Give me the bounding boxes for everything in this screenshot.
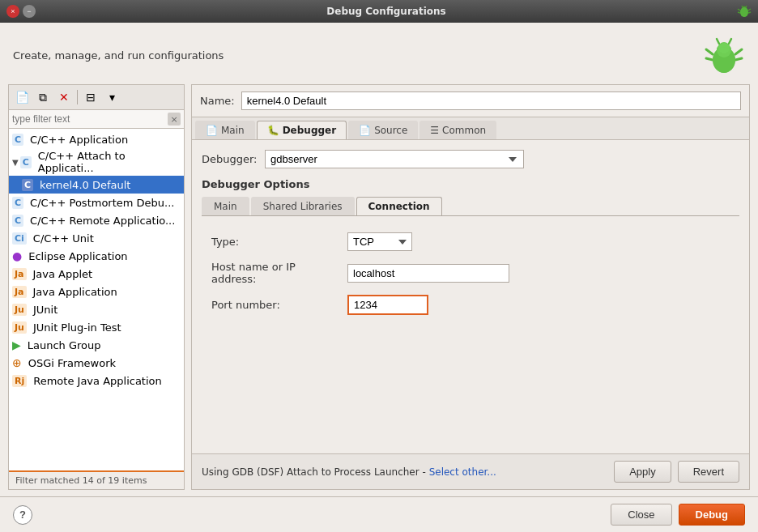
tab-source-label: Source (374, 125, 407, 136)
tree-item-cppunit[interactable]: Ci C/C++ Unit (9, 229, 184, 247)
svg-line-16 (735, 58, 742, 60)
remote-icon: C (12, 215, 23, 227)
sub-tab-main-label: Main (214, 201, 237, 212)
svg-point-9 (740, 7, 748, 17)
cpp-attach-label: C/C++ Attach to Applicati... (38, 150, 181, 174)
expand-cpp-attach-arrow: ▼ (12, 158, 19, 167)
junit-label: JUnit (33, 304, 57, 316)
tree-item-junit[interactable]: Ju JUnit (9, 300, 184, 318)
dialog-footer: ? Close Debug (0, 496, 758, 532)
filter-box: × (9, 110, 184, 129)
type-select[interactable]: TCP UDP Serial (347, 232, 412, 251)
host-input[interactable] (347, 264, 509, 283)
name-input[interactable] (241, 92, 741, 110)
debugger-select[interactable]: gdbserver gdb lldb (265, 150, 524, 168)
debug-button[interactable]: Debug (679, 504, 745, 526)
left-panel: 📄 ⧉ ✕ ⊟ ▾ × C C/C++ Application ▼ (8, 84, 185, 490)
tab-debugger[interactable]: 🐛 Debugger (257, 121, 347, 139)
filter-input[interactable] (12, 113, 168, 125)
junit-plugin-label: JUnit Plug-in Test (33, 321, 121, 334)
using-text-static: Using GDB (DSF) Attach to Process Launch… (202, 466, 426, 478)
kernel-label: kernel4.0 Default (40, 179, 130, 191)
cpp-attach-icon: C (20, 156, 32, 168)
javaapplet-icon: Ja (12, 268, 27, 280)
debugger-options-label: Debugger Options (202, 178, 739, 190)
bug-icon (737, 4, 752, 19)
apply-button[interactable]: Apply (614, 461, 671, 483)
postmortem-label: C/C++ Postmortem Debu... (30, 197, 174, 209)
port-row: Port number: (211, 295, 730, 315)
cppunit-icon: Ci (12, 232, 27, 245)
revert-button[interactable]: Revert (678, 461, 739, 483)
port-input[interactable] (347, 295, 428, 315)
filter-clear-button[interactable]: × (168, 113, 181, 126)
svg-line-17 (717, 39, 719, 44)
tab-main-icon: 📄 (206, 125, 218, 136)
select-other-link[interactable]: Select other... (429, 466, 496, 478)
javaapp-label: Java Application (33, 286, 117, 298)
minimize-button[interactable]: − (23, 5, 36, 18)
close-button[interactable]: Close (611, 504, 671, 526)
tabs-bar: 📄 Main 🐛 Debugger 📄 Source ☰ Common (192, 117, 749, 140)
tab-common-label: Common (442, 125, 486, 136)
tab-source[interactable]: 📄 Source (348, 121, 418, 139)
right-panel: Name: 📄 Main 🐛 Debugger 📄 Source (191, 84, 750, 490)
kernel-icon: C (22, 179, 33, 191)
launch-group-icon: ▶ (12, 338, 21, 351)
close-window-button[interactable]: × (6, 5, 19, 18)
bottom-bar: Using GDB (DSF) Attach to Process Launch… (192, 453, 749, 489)
type-row: Type: TCP UDP Serial (211, 232, 730, 251)
host-label: Host name or IP address: (211, 261, 341, 285)
osgi-icon: ⊕ (12, 356, 22, 369)
tree-item-junit-plugin[interactable]: Ju JUnit Plug-in Test (9, 318, 184, 336)
remote-java-label: Remote Java Application (33, 375, 162, 387)
postmortem-icon: C (12, 197, 23, 209)
junit-plugin-icon: Ju (12, 321, 27, 334)
tree-area: C C/C++ Application ▼ C C/C++ Attach to … (9, 129, 184, 470)
cpp-app-label: C/C++ Application (30, 134, 128, 146)
tab-main-label: Main (221, 125, 245, 136)
sub-tab-shared-libs[interactable]: Shared Libraries (251, 197, 355, 215)
tree-item-kernel[interactable]: C kernel4.0 Default (9, 176, 184, 194)
delete-config-button[interactable]: ✕ (54, 87, 74, 107)
sub-tab-connection[interactable]: Connection (356, 197, 442, 215)
svg-line-15 (735, 49, 742, 54)
using-text: Using GDB (DSF) Attach to Process Launch… (202, 466, 607, 478)
sub-tab-main[interactable]: Main (202, 197, 249, 215)
name-label: Name: (200, 95, 235, 107)
tree-item-launch-group[interactable]: ▶ Launch Group (9, 336, 184, 354)
tree-item-javaapp[interactable]: Ja Java Application (9, 283, 184, 300)
eclipse-label: Eclipse Application (28, 250, 127, 262)
title-bar-controls: × − (6, 5, 36, 18)
bug-logo-icon (703, 34, 745, 76)
tree-item-eclipse[interactable]: ● Eclipse Application (9, 247, 184, 265)
new-config-button[interactable]: 📄 (12, 87, 32, 107)
tree-item-cpp-attach[interactable]: ▼ C C/C++ Attach to Applicati... (9, 148, 184, 176)
port-label: Port number: (211, 299, 341, 311)
left-toolbar: 📄 ⧉ ✕ ⊟ ▾ (9, 85, 184, 110)
tree-item-remote[interactable]: C C/C++ Remote Applicatio... (9, 211, 184, 229)
collapse-all-button[interactable]: ⊟ (81, 87, 100, 107)
tree-item-postmortem[interactable]: C C/C++ Postmortem Debu... (9, 194, 184, 211)
junit-icon: Ju (12, 304, 27, 316)
tab-common[interactable]: ☰ Common (419, 121, 496, 139)
tree-item-cpp-app[interactable]: C C/C++ Application (9, 130, 184, 148)
tab-source-icon: 📄 (359, 125, 371, 136)
help-button[interactable]: ? (13, 505, 32, 525)
view-menu-button[interactable]: ▾ (102, 87, 121, 107)
tab-debugger-label: Debugger (283, 125, 336, 136)
tree-item-remote-java[interactable]: Rj Remote Java Application (9, 372, 184, 389)
window-title: Debug Configurations (40, 6, 732, 17)
sub-tabs-bar: Main Shared Libraries Connection (202, 197, 739, 216)
toolbar-separator (77, 90, 78, 104)
tree-item-javaapplet[interactable]: Ja Java Applet (9, 265, 184, 283)
svg-line-7 (742, 6, 743, 7)
sub-tab-connection-label: Connection (368, 201, 430, 212)
tab-common-icon: ☰ (430, 125, 439, 136)
tab-main[interactable]: 📄 Main (195, 121, 255, 139)
tree-item-osgi[interactable]: ⊕ OSGi Framework (9, 354, 184, 372)
svg-line-14 (706, 58, 713, 60)
svg-line-18 (729, 39, 731, 44)
dialog-content: 📄 ⧉ ✕ ⊟ ▾ × C C/C++ Application ▼ (0, 84, 758, 496)
duplicate-config-button[interactable]: ⧉ (33, 87, 53, 107)
